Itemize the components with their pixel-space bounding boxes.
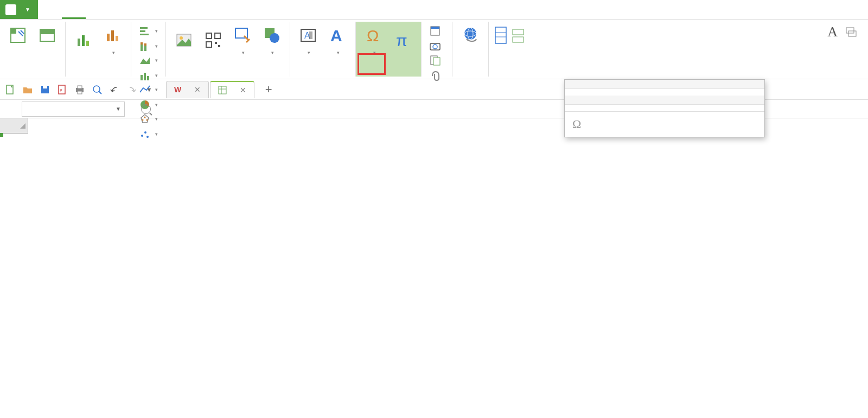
svg-rect-34	[218, 45, 220, 47]
slicer-icon[interactable]	[494, 24, 507, 48]
chevron-down-icon: ▼	[25, 7, 30, 12]
equation-button[interactable]: π	[391, 29, 416, 54]
svg-rect-5	[78, 39, 80, 46]
new-tab-button[interactable]: +	[261, 82, 276, 97]
mini-chart-8[interactable]: ▾	[137, 127, 160, 141]
menu-tab-view[interactable]	[181, 0, 205, 19]
svg-rect-12	[140, 30, 145, 32]
svg-rect-30	[206, 33, 212, 39]
camera-button[interactable]	[427, 39, 446, 53]
close-icon[interactable]: ✕	[240, 86, 246, 94]
more-symbols-button[interactable]: Ω	[565, 111, 764, 137]
menu-tab-insert[interactable]	[62, 0, 86, 19]
svg-rect-55	[495, 27, 506, 43]
font-a-icon[interactable]: A	[827, 24, 838, 40]
svg-rect-7	[86, 41, 89, 46]
menu-tab-review[interactable]	[157, 0, 181, 19]
app-logo-icon	[5, 4, 16, 15]
menu-tab-layout[interactable]	[86, 0, 110, 19]
svg-rect-4	[40, 29, 54, 34]
chevron-down-icon[interactable]: ▼	[116, 106, 121, 112]
svg-rect-33	[215, 42, 217, 44]
close-icon[interactable]: ✕	[194, 85, 201, 94]
zoom-icon[interactable]	[141, 104, 151, 114]
wordart-button[interactable]: A ▾	[325, 24, 350, 58]
svg-rect-16	[144, 46, 146, 51]
undo-icon[interactable]	[108, 84, 120, 96]
app-badge[interactable]: ▼	[0, 0, 38, 19]
svg-rect-68	[78, 86, 82, 88]
svg-point-49	[433, 45, 437, 49]
online-chart-label: ▾	[111, 47, 115, 56]
object-icon	[429, 54, 441, 66]
svg-text:A: A	[304, 31, 310, 40]
print-preview-icon[interactable]	[91, 84, 103, 96]
timeline-icon[interactable]	[512, 24, 525, 48]
svg-rect-9	[111, 30, 114, 41]
tags-icon[interactable]	[845, 26, 857, 38]
svg-line-71	[99, 91, 101, 94]
select-all-corner[interactable]	[0, 118, 28, 134]
wordart-icon: A	[328, 26, 347, 45]
mini-chart-3[interactable]: ▾	[137, 53, 160, 67]
qrcode-button[interactable]	[201, 29, 226, 54]
header-footer-icon	[429, 25, 441, 37]
ribbon: ▾ ▾ ▾ ▾ ▾ ▾ ▾ ▾ ▾	[0, 20, 868, 79]
pivot-table-button[interactable]	[5, 24, 30, 49]
svg-rect-59	[513, 37, 524, 42]
table-icon	[38, 26, 56, 45]
mini-chart-1[interactable]: ▾	[137, 24, 160, 38]
attachment-button[interactable]	[427, 68, 446, 83]
menu-tab-feature[interactable]	[253, 0, 277, 19]
picture-button[interactable]	[171, 29, 196, 54]
svg-rect-19	[144, 73, 146, 80]
menu-tabs	[38, 0, 277, 19]
svg-rect-58	[513, 29, 524, 35]
column-chart-icon	[139, 69, 151, 81]
shape-button[interactable]: ▾	[259, 24, 284, 58]
svg-text:π: π	[396, 31, 407, 49]
svg-point-22	[144, 117, 146, 118]
svg-rect-31	[215, 33, 220, 39]
hyperlink-button[interactable]	[458, 24, 483, 49]
paperclip-icon	[429, 69, 441, 81]
name-box[interactable]: ▼	[22, 102, 125, 117]
mini-chart-2[interactable]: ▾	[137, 39, 160, 53]
header-footer-button[interactable]	[427, 24, 446, 38]
svg-point-26	[144, 131, 146, 134]
svg-rect-64	[43, 86, 47, 88]
menu-tab-home[interactable]	[38, 0, 62, 19]
omega-icon: Ω	[365, 26, 383, 45]
svg-rect-8	[107, 34, 110, 41]
title-bar: ▼	[0, 0, 868, 20]
open-file-icon[interactable]	[22, 84, 34, 96]
textbox-button[interactable]: A ▾	[296, 24, 321, 58]
bar-chart-icon	[74, 31, 93, 49]
chart-button[interactable]	[71, 29, 96, 54]
svg-rect-61	[848, 31, 856, 36]
symbol-popup: Ω	[564, 79, 765, 137]
menu-tab-devtools[interactable]	[229, 0, 253, 19]
new-file-icon[interactable]	[4, 84, 16, 96]
mini-chart-4[interactable]: ▾	[137, 68, 160, 83]
scatter-chart-icon	[139, 128, 151, 140]
menu-tab-data[interactable]	[133, 0, 157, 19]
menu-tab-addins[interactable]	[205, 0, 229, 19]
object-button[interactable]	[427, 53, 446, 67]
symbol-button[interactable]: Ω ▾	[361, 24, 386, 58]
print-icon[interactable]	[74, 84, 86, 96]
table-button[interactable]	[35, 24, 60, 49]
qat-dropdown-icon[interactable]: ▼	[143, 84, 155, 96]
online-chart-button[interactable]: ▾	[100, 24, 125, 58]
svg-rect-10	[116, 36, 118, 41]
doc-tab-mywps[interactable]: W ✕	[166, 81, 209, 98]
radar-chart-icon	[139, 113, 151, 125]
screenshot-button[interactable]: ▾	[230, 24, 255, 58]
doc-tab-workbook[interactable]: ✕	[210, 81, 254, 98]
menu-tab-formula[interactable]	[110, 0, 133, 19]
svg-point-23	[146, 119, 148, 121]
export-pdf-icon[interactable]: P	[56, 84, 68, 96]
redo-icon[interactable]	[126, 84, 138, 96]
save-icon[interactable]	[39, 84, 51, 96]
mini-chart-7[interactable]: ▾	[137, 112, 160, 126]
